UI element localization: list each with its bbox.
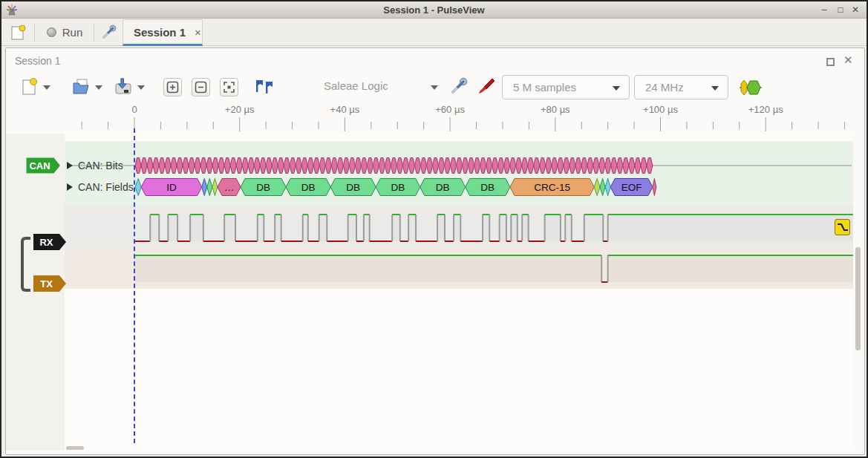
time-zero-cursor	[134, 128, 135, 443]
main-toolbar: Run Session 1 ×	[1, 19, 867, 46]
dock-float-icon[interactable]	[826, 58, 835, 66]
dock-close-icon[interactable]: ✕	[843, 53, 853, 67]
maximize-button[interactable]: □	[834, 1, 847, 19]
configure-device-button[interactable]	[448, 77, 468, 96]
field-annotation-label: CRC-15	[534, 182, 570, 193]
run-label: Run	[62, 26, 83, 39]
probe-icon	[476, 77, 495, 96]
open-dropdown-caret[interactable]	[95, 85, 102, 90]
tab-close-icon[interactable]: ×	[195, 26, 201, 39]
wrench-screwdriver-icon	[100, 24, 117, 41]
close-button[interactable]: ✕	[849, 1, 862, 19]
sample-count-combo[interactable]: 5 M samples	[502, 75, 630, 99]
decoder-tag-can[interactable]: CAN	[26, 157, 60, 174]
device-select[interactable]: Saleae Logic	[324, 77, 443, 96]
ruler-tick-label: +60 µs	[435, 104, 465, 115]
run-button[interactable]: Run	[40, 22, 89, 43]
settings-button[interactable]	[97, 22, 120, 43]
zoom-fit-button[interactable]	[220, 78, 238, 96]
save-icon	[114, 77, 133, 96]
pulseview-window: Session 1 - PulseView – □ ✕ Run	[0, 0, 868, 458]
zoom-in-icon	[166, 81, 179, 94]
save-button[interactable]	[114, 77, 133, 96]
channel-group-bracket	[21, 237, 30, 292]
time-ruler: 0+20 µs+40 µs+60 µs+80 µs+100 µs+120 µs	[65, 101, 853, 134]
window-title: Session 1 - PulseView	[1, 1, 867, 19]
new-file-button[interactable]	[19, 77, 39, 96]
trigger-flags-icon	[253, 77, 274, 96]
field-annotation-label: DB	[391, 182, 405, 193]
open-folder-icon	[71, 77, 91, 96]
trigger-flags-button[interactable]	[253, 77, 274, 96]
field-annotation-label: …	[224, 182, 235, 193]
sample-rate-value: 24 MHz	[645, 81, 684, 94]
save-dropdown-caret[interactable]	[137, 85, 145, 90]
sample-rate-combo[interactable]: 24 MHz	[634, 75, 728, 99]
run-led-icon	[47, 27, 56, 37]
open-button[interactable]	[71, 77, 91, 96]
ruler-tick-label: +20 µs	[225, 104, 255, 115]
row-label-can-bits[interactable]: CAN: Bits	[67, 160, 123, 171]
combo-caret-icon	[613, 86, 620, 91]
sample-count-value: 5 M samples	[513, 81, 576, 94]
zoom-fit-icon	[223, 81, 235, 94]
channel-tag-rx[interactable]: RX	[33, 234, 66, 250]
wrench-screwdriver-icon	[448, 77, 468, 96]
decoder-icon	[740, 79, 762, 96]
field-annotation-label: DB	[346, 182, 360, 193]
trace-label-gutter	[6, 134, 65, 451]
channel-tag-tx[interactable]: TX	[33, 275, 66, 292]
panel-title: Session 1	[15, 55, 60, 67]
new-session-button[interactable]	[6, 22, 30, 43]
ruler-tick-label: +100 µs	[643, 104, 678, 115]
new-file-dropdown-caret[interactable]	[43, 85, 50, 90]
field-annotation-label: DB	[301, 182, 316, 193]
combo-caret-icon	[711, 86, 719, 91]
tab-session-1[interactable]: Session 1 ×	[123, 19, 203, 46]
expander-icon[interactable]	[67, 162, 73, 169]
device-dropdown-caret[interactable]	[431, 85, 438, 90]
falling-edge-icon	[835, 220, 849, 235]
tab-label: Session 1	[134, 26, 186, 39]
toolbar-separator	[34, 23, 35, 42]
ruler-tick-label: +80 µs	[541, 104, 570, 115]
minimize-button[interactable]: –	[818, 1, 831, 19]
field-annotation-label: DB	[256, 182, 270, 193]
field-annotation-label: EOF	[621, 182, 642, 193]
vertical-scrollbar-thumb[interactable]	[855, 247, 861, 350]
new-file-icon	[19, 77, 39, 96]
field-annotation-label: DB	[480, 182, 495, 193]
field-annotation-label: ID	[166, 182, 177, 193]
ruler-tick-label: +40 µs	[330, 104, 360, 115]
row-label-can-fields[interactable]: CAN: Fields	[67, 181, 134, 193]
add-decoder-button[interactable]	[740, 79, 762, 96]
tx-logic-trace	[134, 255, 853, 282]
field-annotation-label: DB	[436, 182, 450, 193]
new-session-icon	[10, 24, 26, 42]
falling-edge-trigger-marker[interactable]	[835, 219, 850, 235]
title-bar[interactable]: Session 1 - PulseView – □ ✕	[1, 1, 867, 19]
device-label: Saleae Logic	[324, 79, 388, 92]
trace-plot-svg: ID…DBDBDBDBDBDBCRC-15EOF	[65, 134, 853, 451]
channels-button[interactable]	[476, 77, 495, 96]
toolbar-separator	[94, 23, 94, 42]
zoom-out-icon	[195, 81, 207, 94]
zoom-out-button[interactable]	[192, 78, 210, 96]
ruler-tick-label: +120 µs	[748, 104, 783, 115]
expander-icon[interactable]	[67, 183, 73, 191]
ruler-tick-label: 0	[131, 104, 137, 115]
zoom-in-button[interactable]	[163, 78, 182, 96]
